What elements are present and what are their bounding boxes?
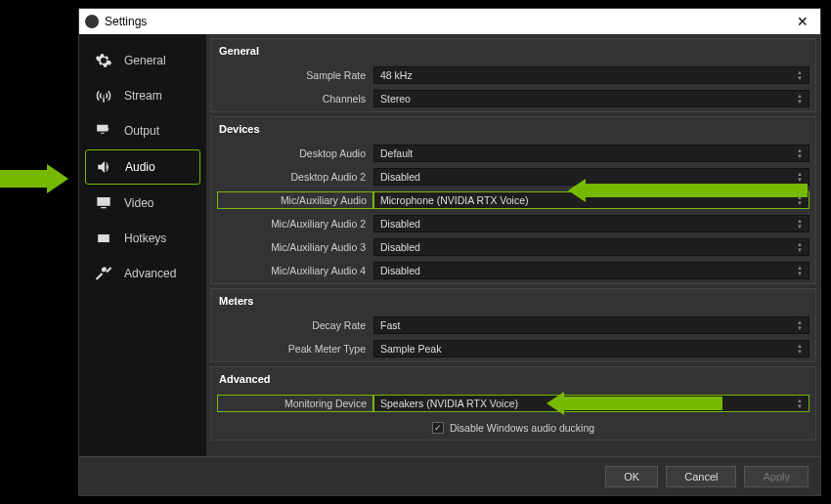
close-icon[interactable]: ✕: [791, 14, 814, 29]
sidebar-item-label: Audio: [125, 160, 155, 174]
label-disable-ducking: Disable Windows audio ducking: [450, 422, 594, 434]
select-sample-rate[interactable]: 48 kHz▲▼: [373, 66, 809, 84]
monitor-icon: [93, 194, 114, 212]
stepper-icon: ▲▼: [797, 343, 803, 355]
antenna-icon: [93, 87, 114, 105]
label-sample-rate: Sample Rate: [217, 69, 373, 81]
label-desktop-audio: Desktop Audio: [217, 147, 373, 159]
select-mic-aux-2[interactable]: Disabled▲▼: [373, 215, 809, 232]
sidebar-item-output[interactable]: Output: [85, 114, 200, 147]
annotation-arrow-audio: [0, 164, 68, 193]
tools-icon: [93, 265, 114, 282]
select-peak-meter[interactable]: Sample Peak▲▼: [373, 340, 809, 357]
footer: OK Cancel Apply: [79, 456, 820, 495]
annotation-arrow-mic: [568, 182, 808, 199]
label-mic-aux-4: Mic/Auxiliary Audio 4: [217, 265, 373, 276]
monitor-arrow-icon: [93, 122, 114, 140]
label-mic-aux-3: Mic/Auxiliary Audio 3: [217, 241, 373, 253]
section-title: Meters: [211, 289, 815, 313]
ok-button[interactable]: OK: [605, 466, 658, 487]
section-devices: Devices Desktop Audio Default▲▼ Desktop …: [210, 116, 816, 284]
obs-icon: [85, 15, 99, 28]
label-decay-rate: Decay Rate: [217, 319, 373, 331]
label-mic-aux: Mic/Auxiliary Audio: [217, 191, 373, 209]
sidebar-item-stream[interactable]: Stream: [85, 79, 200, 112]
select-mic-aux-3[interactable]: Disabled▲▼: [373, 238, 809, 256]
select-decay-rate[interactable]: Fast▲▼: [373, 316, 809, 334]
stepper-icon: ▲▼: [797, 93, 803, 105]
stepper-icon: ▲▼: [797, 218, 803, 230]
label-channels: Channels: [217, 93, 373, 105]
apply-button[interactable]: Apply: [744, 466, 809, 487]
sidebar-item-hotkeys[interactable]: Hotkeys: [85, 222, 200, 255]
label-monitoring-device: Monitoring Device: [217, 395, 373, 412]
label-peak-meter: Peak Meter Type: [217, 343, 373, 355]
sidebar-item-label: Hotkeys: [124, 231, 166, 245]
select-channels[interactable]: Stereo▲▼: [373, 90, 809, 107]
window-title: Settings: [105, 15, 147, 28]
section-title: Advanced: [211, 367, 815, 391]
keyboard-icon: [93, 230, 114, 247]
settings-window: Settings ✕ General Stream Output Audio: [78, 8, 821, 496]
sidebar: General Stream Output Audio Video Hotkey…: [79, 34, 206, 456]
stepper-icon: ▲▼: [797, 241, 803, 253]
sidebar-item-advanced[interactable]: Advanced: [85, 257, 200, 290]
label-mic-aux-2: Mic/Auxiliary Audio 2: [217, 218, 373, 230]
select-desktop-audio[interactable]: Default▲▼: [373, 145, 809, 162]
sidebar-item-general[interactable]: General: [85, 44, 200, 77]
gear-icon: [93, 52, 114, 69]
content-pane: General Sample Rate 48 kHz▲▼ Channels St…: [206, 34, 820, 456]
speaker-icon: [94, 158, 115, 176]
select-mic-aux-4[interactable]: Disabled▲▼: [373, 262, 809, 279]
stepper-icon: ▲▼: [797, 265, 803, 276]
stepper-icon: ▲▼: [797, 398, 803, 409]
sidebar-item-label: Stream: [124, 89, 162, 103]
section-general: General Sample Rate 48 kHz▲▼ Channels St…: [210, 38, 816, 112]
cancel-button[interactable]: Cancel: [666, 466, 736, 487]
section-advanced: Advanced Monitoring Device Speakers (NVI…: [210, 366, 816, 441]
section-title: Devices: [211, 117, 815, 141]
annotation-arrow-monitoring: [547, 395, 722, 412]
checkbox-disable-ducking[interactable]: ✓: [432, 422, 444, 434]
sidebar-item-video[interactable]: Video: [85, 187, 200, 220]
label-desktop-audio-2: Desktop Audio 2: [217, 171, 373, 183]
stepper-icon: ▲▼: [797, 319, 803, 331]
sidebar-item-label: General: [124, 54, 166, 67]
section-title: General: [211, 39, 815, 63]
section-meters: Meters Decay Rate Fast▲▼ Peak Meter Type…: [210, 288, 816, 362]
sidebar-item-label: Output: [124, 124, 159, 138]
stepper-icon: ▲▼: [797, 147, 803, 159]
sidebar-item-label: Advanced: [124, 267, 176, 280]
titlebar: Settings ✕: [79, 9, 820, 34]
sidebar-item-audio[interactable]: Audio: [85, 149, 200, 185]
sidebar-item-label: Video: [124, 196, 153, 210]
stepper-icon: ▲▼: [797, 69, 803, 81]
